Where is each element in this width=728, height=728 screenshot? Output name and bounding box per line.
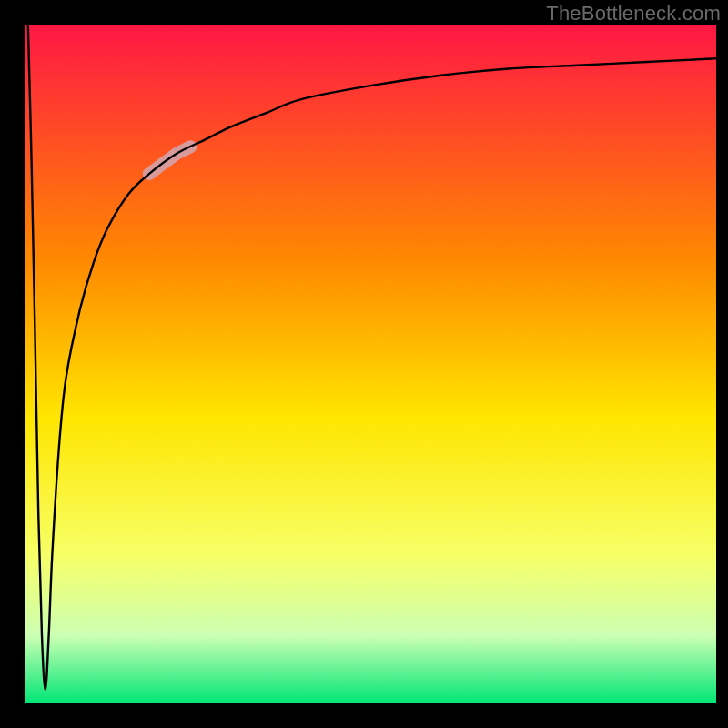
watermark-label: TheBottleneck.com bbox=[546, 2, 721, 25]
bottleneck-chart-svg bbox=[0, 0, 728, 728]
chart-plot-area bbox=[25, 25, 716, 703]
chart-container: TheBottleneck.com bbox=[0, 0, 728, 728]
